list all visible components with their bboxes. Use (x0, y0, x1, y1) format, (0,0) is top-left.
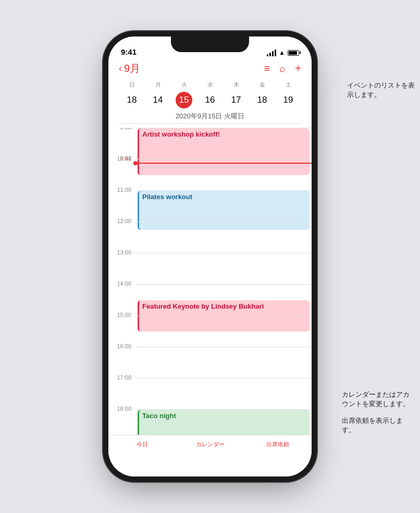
header-top-row: ‹ 9月 ≡ ⌕ + (119, 62, 301, 76)
time-label-17: 17:00 (108, 374, 135, 409)
signal-bar-3 (272, 51, 274, 56)
battery-fill (289, 51, 297, 55)
time-label-14: 14:00 (108, 280, 135, 315)
month-label: 9月 (124, 62, 140, 76)
time-label-18: 18:00 (108, 406, 135, 435)
signal-bar-1 (267, 54, 268, 56)
weekday-fri: 金 (249, 81, 275, 89)
date-18-sun[interactable]: 18 (119, 92, 145, 108)
time-row-18: 18:00 Taco night (108, 409, 312, 435)
time-row-13: 13:00 (108, 253, 312, 284)
tab-today[interactable]: 今日 (108, 441, 176, 448)
time-label-9: 9:00 (108, 128, 135, 159)
status-icons: ▲ (267, 49, 299, 56)
week-dates-row: 18 14 15 16 17 18 19 (119, 92, 301, 108)
list-view-button[interactable]: ≡ (264, 63, 270, 75)
time-label-12: 12:00 (108, 218, 135, 253)
weekday-tue: 火 (171, 81, 197, 89)
signal-bar-4 (275, 50, 276, 56)
add-event-button[interactable]: + (295, 63, 301, 75)
time-row-11: 11:00 Pilates workout (108, 190, 312, 222)
weekday-wed: 水 (197, 81, 223, 89)
date-19-sat[interactable]: 19 (275, 92, 301, 108)
tab-inbox[interactable]: 出席依頼 (244, 441, 312, 448)
time-row-17: 17:00 (108, 378, 312, 409)
current-time-line (135, 163, 312, 164)
time-area-11: Pilates workout (135, 190, 312, 222)
time-area-14: Featured Keynote by Lindsey Bukhari (135, 284, 312, 315)
tab-today-label: 今日 (137, 441, 148, 448)
header-icons-group: ≡ ⌕ + (264, 63, 301, 75)
week-days-header: 日 月 火 水 木 金 土 (119, 81, 301, 89)
time-label-16: 16:00 (108, 343, 135, 378)
time-row-9: 9:00 Artist workshop kickoff! (108, 128, 312, 159)
battery-icon (288, 50, 299, 56)
phone-screen: 9:41 ▲ ‹ (108, 36, 312, 477)
search-button[interactable]: ⌕ (279, 63, 286, 75)
time-label-13: 13:00 (108, 249, 135, 284)
wifi-icon: ▲ (279, 49, 285, 56)
time-area-15 (135, 315, 312, 347)
date-15-tue-today[interactable]: 15 (176, 92, 192, 108)
time-area-12 (135, 222, 312, 253)
calendar-header: ‹ 9月 ≡ ⌕ + 日 月 火 水 木 金 (108, 59, 312, 128)
date-14-mon[interactable]: 14 (145, 92, 171, 108)
time-row-10: 10:00 (108, 159, 312, 190)
date-17-thu[interactable]: 17 (223, 92, 249, 108)
status-time: 9:41 (121, 47, 137, 56)
date-16-wed[interactable]: 16 (197, 92, 223, 108)
chevron-left-icon: ‹ (119, 63, 122, 74)
event-taco-night[interactable]: Taco night (138, 410, 310, 435)
time-row-12: 12:00 (108, 222, 312, 253)
annotation-bottom-right: 出席依頼を表示します。 (342, 416, 415, 435)
annotation-bottom-left: カレンダーまたはアカ ウントを変更します。 (342, 390, 415, 409)
event-title-keynote: Featured Keynote by Lindsey Bukhari (142, 302, 264, 310)
time-area-16 (135, 347, 312, 378)
time-row-14: 14:00 Featured Keynote by Lindsey Bukhar… (108, 284, 312, 315)
annotation-top: イベントのリストを表 示します。 (347, 81, 415, 100)
time-area-13 (135, 253, 312, 284)
event-title-taco-night: Taco night (142, 412, 176, 420)
time-area-18: Taco night (135, 409, 312, 435)
tab-calendar-label: カレンダー (196, 441, 225, 448)
signal-bar-2 (269, 53, 271, 56)
weekday-sat: 土 (275, 81, 301, 89)
time-row-15: 15:00 (108, 315, 312, 347)
time-area-9: Artist workshop kickoff! (135, 128, 312, 159)
signal-bars-icon (267, 50, 276, 56)
phone-shell: 9:41 ▲ ‹ (108, 36, 312, 477)
weekday-thu: 木 (223, 81, 249, 89)
event-title-pilates: Pilates workout (142, 193, 192, 201)
time-label-11: 11:00 (108, 187, 135, 222)
time-row-16: 16:00 (108, 347, 312, 378)
event-title-artist-workshop: Artist workshop kickoff! (142, 130, 220, 138)
time-label-10: 10:00 (108, 155, 135, 190)
phone-notch (171, 36, 249, 52)
weekday-sun: 日 (119, 81, 145, 89)
tab-calendar[interactable]: カレンダー (176, 441, 244, 448)
time-area-10 (135, 159, 312, 190)
time-label-15: 15:00 (108, 312, 135, 347)
tab-bar: 今日 カレンダー 出席依頼 (108, 435, 312, 477)
weekday-mon: 月 (145, 81, 171, 89)
time-area-17 (135, 378, 312, 409)
timeline[interactable]: 9:00 Artist workshop kickoff! 9:4 (108, 128, 312, 435)
date-18-fri[interactable]: 18 (249, 92, 275, 108)
month-back-button[interactable]: ‹ 9月 (119, 62, 140, 76)
tab-inbox-label: 出席依頼 (266, 441, 289, 448)
selected-date-label: 2020年9月15日 火曜日 (119, 112, 301, 124)
